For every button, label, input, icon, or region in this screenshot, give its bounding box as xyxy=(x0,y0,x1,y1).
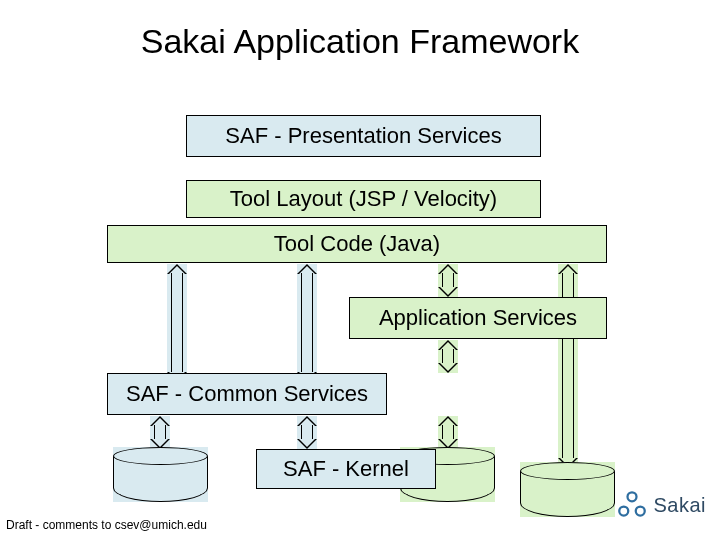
svg-point-0 xyxy=(628,492,637,501)
arrow-toolcode-cylinder-right xyxy=(558,264,578,468)
arrow-toolcode-appservices xyxy=(438,264,458,297)
box-label: SAF - Common Services xyxy=(126,381,368,407)
arrow-common-kernel xyxy=(297,416,317,449)
diagram-stage: Sakai Application Framework SAF - Presen… xyxy=(0,0,720,540)
cylinder-right xyxy=(520,462,615,517)
footer-note: Draft - comments to csev@umich.edu xyxy=(6,518,207,532)
slide-title: Sakai Application Framework xyxy=(0,22,720,61)
arrow-appservices-cylinder-mid xyxy=(438,416,458,449)
box-tool-layout: Tool Layout (JSP / Velocity) xyxy=(186,180,541,218)
box-tool-code: Tool Code (Java) xyxy=(107,225,607,263)
sakai-logo-text: Sakai xyxy=(653,494,706,517)
arrow-toolcode-common-mid xyxy=(297,264,317,382)
arrow-toolcode-common-left xyxy=(167,264,187,382)
box-label: SAF - Kernel xyxy=(283,456,409,482)
box-application-services: Application Services xyxy=(349,297,607,339)
box-kernel: SAF - Kernel xyxy=(256,449,436,489)
box-label: Application Services xyxy=(379,305,577,331)
arrow-appservices-kernel xyxy=(438,340,458,373)
sakai-logo-icon xyxy=(617,490,647,520)
svg-point-2 xyxy=(636,507,645,516)
svg-point-1 xyxy=(620,507,629,516)
arrow-common-cylinder-left xyxy=(150,416,170,449)
cylinder-left xyxy=(113,447,208,502)
box-common-services: SAF - Common Services xyxy=(107,373,387,415)
box-presentation-services: SAF - Presentation Services xyxy=(186,115,541,157)
box-label: Tool Layout (JSP / Velocity) xyxy=(230,186,497,212)
box-label: SAF - Presentation Services xyxy=(225,123,501,149)
box-label: Tool Code (Java) xyxy=(274,231,440,257)
sakai-logo: Sakai xyxy=(617,490,706,520)
